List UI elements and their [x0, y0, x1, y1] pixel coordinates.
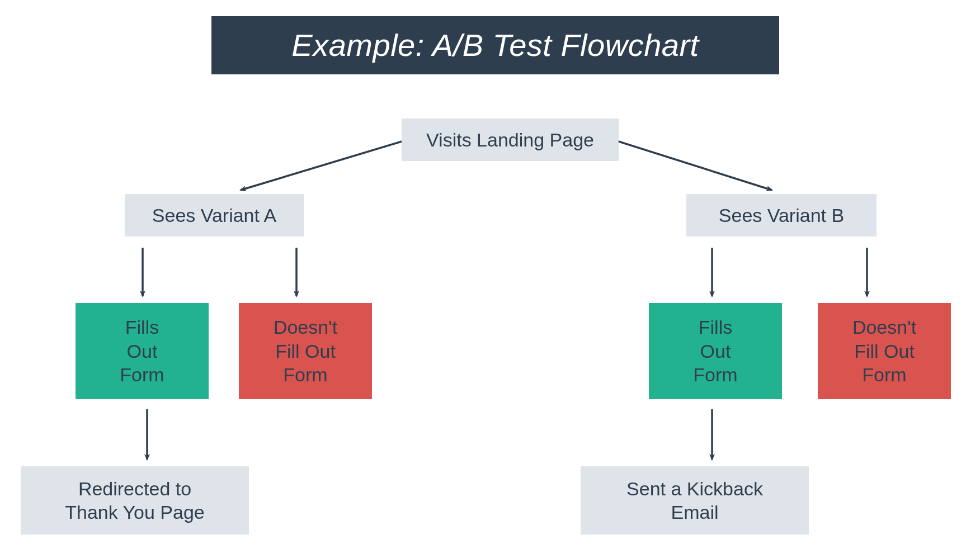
node-fills-b: Fills Out Form: [649, 303, 782, 399]
diagram-title: Example: A/B Test Flowchart: [211, 16, 779, 74]
node-kickback: Sent a Kickback Email: [581, 466, 809, 535]
node-thankyou: Redirected to Thank You Page: [21, 466, 249, 535]
svg-line-0: [241, 141, 402, 190]
svg-line-1: [619, 141, 772, 190]
node-start: Visits Landing Page: [402, 119, 619, 161]
node-nofill-a: Doesn't Fill Out Form: [239, 303, 372, 399]
node-variant-a: Sees Variant A: [125, 194, 304, 237]
node-nofill-b: Doesn't Fill Out Form: [818, 303, 951, 399]
node-variant-b: Sees Variant B: [686, 194, 877, 237]
node-fills-a: Fills Out Form: [76, 303, 209, 399]
